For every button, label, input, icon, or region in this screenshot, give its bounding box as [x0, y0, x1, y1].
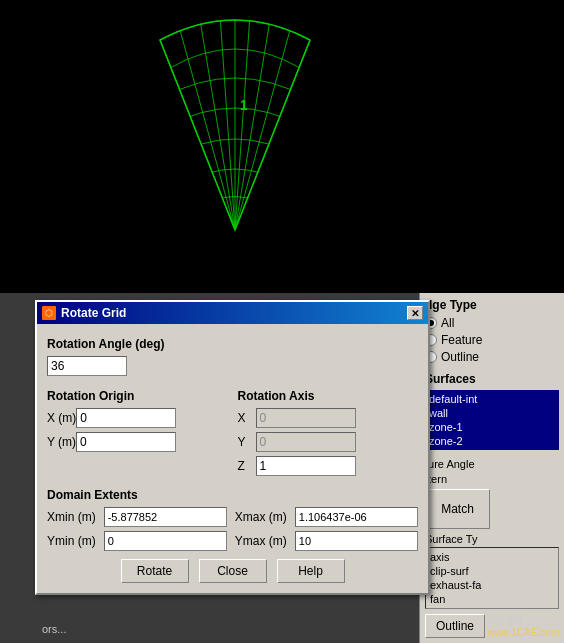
- origin-x-input[interactable]: [76, 408, 176, 428]
- rotation-angle-input[interactable]: [47, 356, 127, 376]
- origin-x-label: X (m): [47, 411, 76, 425]
- outline-button[interactable]: Outline: [425, 614, 485, 638]
- domain-extents-section: Domain Extents Xmin (m) Xmax (m) Ymin (m…: [47, 488, 418, 551]
- xmax-input[interactable]: [295, 507, 418, 527]
- domain-extents-label: Domain Extents: [47, 488, 418, 502]
- rotation-axis-label: Rotation Axis: [238, 389, 419, 403]
- surface-type-clip[interactable]: clip-surf: [428, 564, 556, 578]
- pattern-label: ttern: [425, 473, 559, 485]
- surface-type-axis[interactable]: axis: [428, 550, 556, 564]
- edge-type-section: dge Type All Feature Outline: [425, 298, 559, 364]
- surfaces-label: Surfaces: [425, 372, 559, 386]
- rotate-button[interactable]: Rotate: [121, 559, 189, 583]
- dialog-close-button[interactable]: ✕: [407, 306, 423, 320]
- radio-all-row[interactable]: All: [425, 316, 559, 330]
- rotation-axis-section: Rotation Axis X Y Z: [238, 384, 419, 480]
- mesh-visualization: 1: [140, 10, 330, 240]
- title-left: ⬡ Rotate Grid: [42, 306, 126, 320]
- svg-line-2: [200, 20, 235, 230]
- surface-item-wall[interactable]: wall: [427, 406, 557, 420]
- surface-item-zone1[interactable]: zone-1: [427, 420, 557, 434]
- origin-axis-columns: Rotation Origin X (m) Y (m) Rotation Axi…: [47, 384, 418, 480]
- rotation-origin-label: Rotation Origin: [47, 389, 228, 403]
- radio-outline-row[interactable]: Outline: [425, 350, 559, 364]
- edge-type-label: dge Type: [425, 298, 559, 312]
- surface-item-default-int[interactable]: default-int: [427, 392, 557, 406]
- viewport: 1: [0, 0, 564, 293]
- domain-grid: Xmin (m) Xmax (m) Ymin (m) Ymax (m): [47, 507, 418, 551]
- surface-type-list: axis clip-surf exhaust-fa fan: [425, 547, 559, 609]
- dialog-title: Rotate Grid: [61, 306, 126, 320]
- close-button[interactable]: Close: [199, 559, 267, 583]
- axis-x-input[interactable]: [256, 408, 356, 428]
- radio-feature-label: Feature: [441, 333, 482, 347]
- ymax-input[interactable]: [295, 531, 418, 551]
- surfaces-list: default-int wall zone-1 zone-2: [425, 390, 559, 450]
- ture-angle-label: ture Angle: [425, 458, 559, 470]
- match-button[interactable]: Match: [425, 489, 490, 529]
- svg-line-7: [235, 30, 290, 230]
- rotate-grid-dialog: ⬡ Rotate Grid ✕ Rotation Angle (deg) Rot…: [35, 300, 430, 595]
- right-panel: dge Type All Feature Outline Surfaces de…: [419, 293, 564, 643]
- origin-y-input[interactable]: [76, 432, 176, 452]
- origin-y-row: Y (m): [47, 432, 228, 452]
- axis-z-row: Z: [238, 456, 419, 476]
- rotation-origin-section: Rotation Origin X (m) Y (m): [47, 384, 228, 480]
- radio-all-label: All: [441, 316, 454, 330]
- axis-x-row: X: [238, 408, 419, 428]
- axis-x-label: X: [238, 411, 256, 425]
- dialog-buttons: Rotate Close Help: [47, 559, 418, 583]
- surface-type-exhaust[interactable]: exhaust-fa: [428, 578, 556, 592]
- surfaces-section: Surfaces default-int wall zone-1 zone-2: [425, 372, 559, 450]
- svg-line-6: [235, 20, 270, 230]
- radio-outline-label: Outline: [441, 350, 479, 364]
- dialog-titlebar: ⬡ Rotate Grid ✕: [37, 302, 428, 324]
- xmin-input[interactable]: [104, 507, 227, 527]
- axis-z-label: Z: [238, 459, 256, 473]
- surface-type-fan[interactable]: fan: [428, 592, 556, 606]
- origin-x-row: X (m): [47, 408, 228, 428]
- svg-text:1: 1: [240, 97, 248, 113]
- axis-z-input[interactable]: [256, 456, 356, 476]
- ymax-label: Ymax (m): [235, 534, 287, 548]
- ymin-input[interactable]: [104, 531, 227, 551]
- surface-type-label: Surface Ty: [425, 533, 559, 545]
- origin-y-label: Y (m): [47, 435, 76, 449]
- xmax-label: Xmax (m): [235, 510, 287, 524]
- watermark: 仿真在线 www.1CAE.com: [487, 614, 559, 638]
- ymin-label: Ymin (m): [47, 534, 96, 548]
- axis-y-input[interactable]: [256, 432, 356, 452]
- axis-y-label: Y: [238, 435, 256, 449]
- dialog-icon: ⬡: [42, 306, 56, 320]
- radio-feature-row[interactable]: Feature: [425, 333, 559, 347]
- svg-line-1: [180, 30, 235, 230]
- axis-y-row: Y: [238, 432, 419, 452]
- colors-label: ors...: [42, 623, 66, 635]
- surface-item-zone2[interactable]: zone-2: [427, 434, 557, 448]
- help-button[interactable]: Help: [277, 559, 345, 583]
- dialog-body: Rotation Angle (deg) Rotation Origin X (…: [37, 324, 428, 593]
- rotation-angle-label: Rotation Angle (deg): [47, 337, 418, 351]
- xmin-label: Xmin (m): [47, 510, 96, 524]
